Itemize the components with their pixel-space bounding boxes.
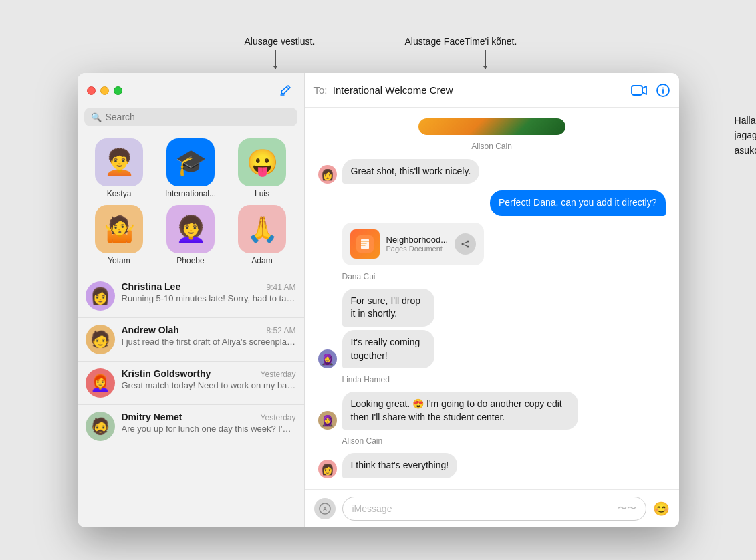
audio-waveform-icon: 〜〜 <box>618 503 636 515</box>
avatar-phoebe: 👩‍🦱 <box>168 206 213 252</box>
pinned-label-international: International... <box>165 189 216 198</box>
attachment-info: Neighborhood... Pages Document <box>386 235 449 253</box>
list-item-christina[interactable]: 👩 Christina Lee 9:41 AM Running 5-10 min… <box>78 275 304 318</box>
msg-name-dmitry: Dmitry Nemet <box>122 412 182 422</box>
compose-button[interactable] <box>276 81 295 100</box>
msg-row-alison-1: 👩 Great shot, this'll work nicely. <box>318 159 666 184</box>
to-label: To: <box>314 84 328 96</box>
bubble-dana-1: For sure, I'll drop it in shortly. <box>342 289 435 327</box>
pinned-contact-kostya[interactable]: 🧑‍🦱 Kostya <box>87 138 152 198</box>
annotation-facetime-line <box>485 50 486 69</box>
list-item-kristin[interactable]: 👩‍🦰 Kristin Goldsworthy Yesterday Great … <box>78 362 304 405</box>
sender-label-alison-1: Alison Cain <box>318 142 666 151</box>
msg-name-kristin: Kristin Goldsworthy <box>122 368 211 379</box>
attachment-name: Neighborhood... <box>386 235 449 245</box>
sidebar: 🔍 🧑‍🦱 Kostya 🎓 International... <box>78 73 305 527</box>
msg-content-kristin: Kristin Goldsworthy Yesterday Great matc… <box>122 368 296 390</box>
msg-row-dana: 🧕 For sure, I'll drop it in shortly. It'… <box>318 289 666 368</box>
attachment-bubble: Neighborhood... Pages Document <box>342 223 485 265</box>
app-store-button[interactable]: A <box>314 498 336 519</box>
search-bar: 🔍 <box>84 108 297 126</box>
msg-time-kristin: Yesterday <box>261 370 296 379</box>
chat-header-actions <box>631 84 670 97</box>
pinned-label-luis: Luis <box>255 189 269 198</box>
msg-name-andrew: Andrew Olah <box>122 325 179 335</box>
avatar-alison: 👩 <box>318 165 337 184</box>
bubble-dana-2: It's really coming together! <box>342 330 435 368</box>
sender-label-linda: Linda Hamed <box>342 375 666 384</box>
annotation-facetime-text: Alustage FaceTime'i kõnet. <box>405 36 517 47</box>
traffic-lights <box>87 86 122 95</box>
avatar-dmitry: 🧔 <box>86 412 115 441</box>
msg-time-andrew: 8:52 AM <box>266 326 295 335</box>
msg-content-andrew: Andrew Olah 8:52 AM I just read the firs… <box>122 325 296 347</box>
chat-panel: To: Interational Welcome Crew <box>305 73 679 527</box>
fullscreen-button[interactable] <box>114 86 122 95</box>
avatar-kristin: 👩‍🦰 <box>86 368 115 398</box>
pinned-contact-phoebe[interactable]: 👩‍🦱 Phoebe <box>158 205 223 265</box>
bubble-alison-2: I think that's everything! <box>342 453 458 478</box>
group-name: Interational Welcome Crew <box>333 84 453 96</box>
message-input-field[interactable]: iMessage 〜〜 <box>342 497 646 521</box>
avatar-kostya: 🧑‍🦱 <box>96 140 142 185</box>
emoji-button[interactable]: 😊 <box>653 501 670 517</box>
sidebar-titlebar <box>78 73 304 108</box>
list-item-andrew[interactable]: 🧑 Andrew Olah 8:52 AM I just read the fi… <box>78 318 304 362</box>
minimize-button[interactable] <box>100 86 109 95</box>
msg-time-dmitry: Yesterday <box>261 413 296 422</box>
msg-row-sent-1: Perfect! Dana, can you add it directly? <box>318 190 666 216</box>
msg-row-attachment: Neighborhood... Pages Document <box>342 223 666 265</box>
msg-row-linda: 🧕 Looking great. 😍 I'm going to do anoth… <box>318 392 666 430</box>
bubble-linda: Looking great. 😍 I'm going to do another… <box>342 392 579 430</box>
pinned-label-phoebe: Phoebe <box>176 256 204 265</box>
pinned-label-adam: Adam <box>251 256 272 265</box>
chat-input-bar: A iMessage 〜〜 😊 <box>305 489 679 527</box>
search-input[interactable] <box>106 112 291 122</box>
msg-preview-andrew: I just read the first draft of Aliya's s… <box>122 337 296 347</box>
bubble-sent-1: Perfect! Dana, can you add it directly? <box>490 190 666 216</box>
sender-label-dana: Dana Cui <box>342 272 666 281</box>
messages-area: Alison Cain 👩 Great shot, this'll work n… <box>305 108 679 489</box>
pinned-contacts: 🧑‍🦱 Kostya 🎓 International... 😛 L <box>78 133 304 275</box>
avatar-christina: 👩 <box>86 281 115 311</box>
dana-messages: For sure, I'll drop it in shortly. It's … <box>342 289 479 368</box>
search-icon: 🔍 <box>91 112 102 122</box>
svg-rect-0 <box>632 86 642 95</box>
avatar-adam: 🙏 <box>239 206 285 252</box>
annotation-compose-text: Alusage vestlust. <box>245 36 316 47</box>
avatar-international: 🎓 <box>168 140 213 185</box>
msg-preview-christina: Running 5-10 minutes late! Sorry, had to… <box>122 293 296 303</box>
svg-point-5 <box>462 243 464 245</box>
app-window: 🔍 🧑‍🦱 Kostya 🎓 International... <box>78 73 679 527</box>
pinned-label-yotam: Yotam <box>108 256 130 265</box>
info-button[interactable] <box>656 84 670 97</box>
pinned-contact-yotam[interactable]: 🤷 Yotam <box>87 205 152 265</box>
chat-header: To: Interational Welcome Crew <box>305 73 679 108</box>
attachment-share-button[interactable] <box>455 233 476 255</box>
input-placeholder: iMessage <box>352 503 392 514</box>
avatar-dana: 🧕 <box>318 349 337 368</box>
annotation-compose-line <box>275 50 276 69</box>
msg-content-dmitry: Dmitry Nemet Yesterday Are you up for lu… <box>122 412 296 434</box>
msg-content-christina: Christina Lee 9:41 AM Running 5-10 minut… <box>122 281 296 303</box>
svg-rect-4 <box>361 239 369 249</box>
attachment-type: Pages Document <box>386 245 449 253</box>
avatar-yotam: 🤷 <box>96 206 142 252</box>
pinned-label-kostya: Kostya <box>107 189 132 198</box>
pinned-contact-luis[interactable]: 😛 Luis <box>230 138 295 198</box>
avatar-linda: 🧕 <box>318 411 337 430</box>
annotation-details-text: Hallake vestlust,jagage omaasukohta jm. <box>735 113 756 158</box>
msg-name-christina: Christina Lee <box>122 281 181 292</box>
msg-row-alison-2: 👩 I think that's everything! <box>318 453 666 478</box>
pinned-contact-international[interactable]: 🎓 International... <box>158 138 223 198</box>
chat-title: To: Interational Welcome Crew <box>314 84 624 96</box>
svg-point-2 <box>662 87 664 88</box>
close-button[interactable] <box>87 86 96 95</box>
msg-preview-kristin: Great match today! Need to work on my ba… <box>122 380 296 390</box>
attachment-icon <box>350 229 380 259</box>
facetime-button[interactable] <box>631 84 647 96</box>
avatar-luis: 😛 <box>239 140 285 185</box>
msg-time-christina: 9:41 AM <box>266 283 295 292</box>
list-item-dmitry[interactable]: 🧔 Dmitry Nemet Yesterday Are you up for … <box>78 405 304 448</box>
pinned-contact-adam[interactable]: 🙏 Adam <box>230 205 295 265</box>
